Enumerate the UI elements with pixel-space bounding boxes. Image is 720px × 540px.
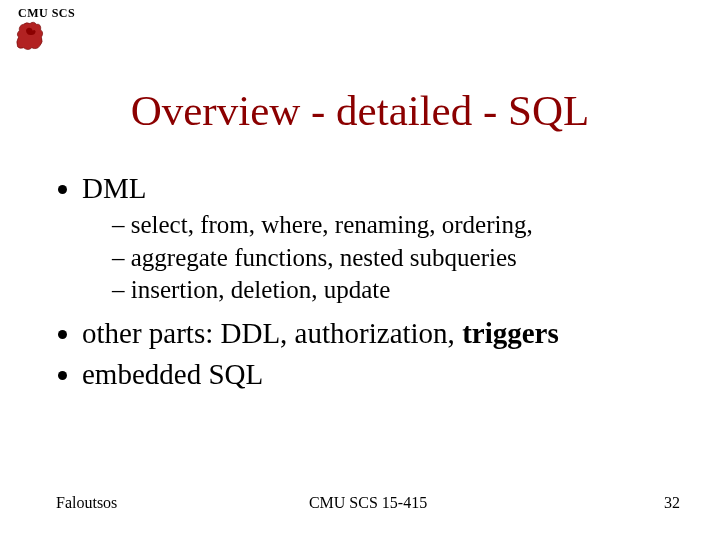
brand-label: CMU SCS (18, 6, 75, 21)
footer-author: Faloutsos (56, 494, 117, 512)
sub-bullet-list: select, from, where, renaming, ordering,… (82, 209, 680, 307)
bullet-text-bold: triggers (462, 317, 559, 349)
bullet-other-parts: other parts: DDL, authorization, trigger… (82, 315, 680, 352)
bullet-text: DML (82, 172, 146, 204)
bullet-list: DML select, from, where, renaming, order… (56, 170, 680, 393)
sub-bullet: select, from, where, renaming, ordering, (112, 209, 680, 242)
bullet-text-pre: other parts: DDL, authorization, (82, 317, 462, 349)
sub-bullet: aggregate functions, nested subqueries (112, 242, 680, 275)
sub-bullet: insertion, deletion, update (112, 274, 680, 307)
footer: Faloutsos CMU SCS 15-415 32 (56, 494, 680, 512)
slide-number: 32 (664, 494, 680, 512)
header-brand: CMU SCS (18, 6, 75, 21)
bullet-embedded-sql: embedded SQL (82, 356, 680, 393)
footer-course: CMU SCS 15-415 (309, 494, 427, 512)
slide-title: Overview - detailed - SQL (0, 86, 720, 135)
slide: CMU SCS Overview - detailed - SQL DML se… (0, 0, 720, 540)
content-area: DML select, from, where, renaming, order… (56, 170, 680, 397)
bullet-dml: DML select, from, where, renaming, order… (82, 170, 680, 307)
scotty-dog-icon (12, 20, 48, 52)
